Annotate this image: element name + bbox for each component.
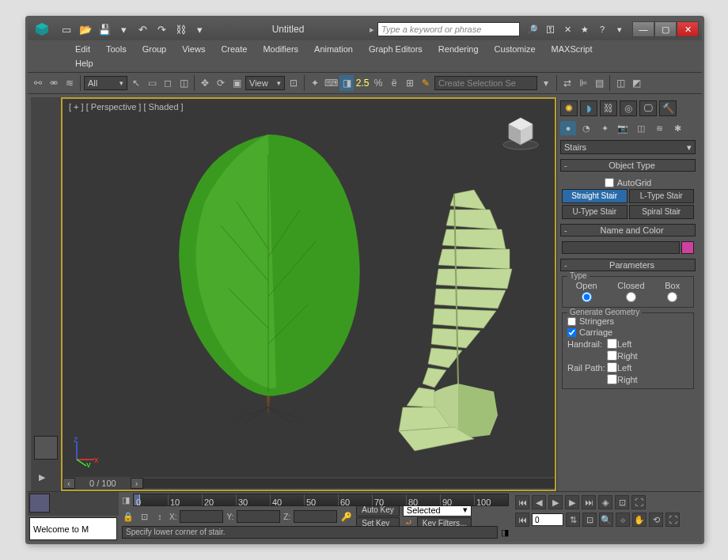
window-crossing-icon[interactable]: ◫ xyxy=(176,75,191,91)
object-color-swatch[interactable] xyxy=(681,241,694,254)
cameras-icon[interactable]: 📷 xyxy=(615,121,631,135)
menu-tools[interactable]: Tools xyxy=(98,42,135,56)
type-closed-radio[interactable] xyxy=(626,292,636,302)
menu-group[interactable]: Group xyxy=(135,42,175,56)
zoom-icon[interactable]: 🔍 xyxy=(599,513,613,527)
move-icon[interactable]: ✥ xyxy=(198,75,212,91)
x-input[interactable] xyxy=(180,510,223,523)
schematic-icon[interactable]: ◩ xyxy=(629,75,643,91)
current-frame-input[interactable] xyxy=(532,513,563,526)
menu-rendering[interactable]: Rendering xyxy=(430,42,487,56)
menu-customize[interactable]: Customize xyxy=(487,42,544,56)
viewcube-icon[interactable] xyxy=(501,112,540,151)
category-dropdown[interactable]: Stairs xyxy=(560,140,696,154)
fov-icon[interactable]: ⟐ xyxy=(616,513,630,527)
binoculars-icon[interactable]: 🔎 xyxy=(526,23,539,36)
menu-maxscript[interactable]: MAXScript xyxy=(544,42,601,56)
object-name-input[interactable] xyxy=(562,241,680,254)
spinner-icon[interactable]: ⇅ xyxy=(566,513,580,527)
railpath-right-check[interactable] xyxy=(607,374,617,384)
menu-edit[interactable]: Edit xyxy=(67,42,98,56)
rollout-name-color[interactable]: - Name and Color xyxy=(560,224,696,236)
redo-icon[interactable]: ↷ xyxy=(154,22,169,36)
play-icon[interactable]: ▶ xyxy=(548,495,563,509)
rotate-icon[interactable]: ⟳ xyxy=(214,75,228,91)
selection-set-input[interactable]: Create Selection Se xyxy=(434,76,537,90)
rollout-object-type[interactable]: - Object Type xyxy=(560,159,696,172)
type-straight-stair[interactable]: Straight Stair xyxy=(562,189,628,203)
pivot-icon[interactable]: ⊡ xyxy=(286,75,301,91)
helpers-icon[interactable]: ◫ xyxy=(633,121,649,135)
autogrid-checkbox[interactable]: AutoGrid xyxy=(562,176,694,189)
y-input[interactable] xyxy=(237,510,280,523)
stringers-check[interactable] xyxy=(567,317,576,326)
systems-icon[interactable]: ✱ xyxy=(669,121,685,135)
new-icon[interactable]: ▭ xyxy=(59,22,74,36)
time-config-icon[interactable]: ⊡ xyxy=(615,495,629,509)
link-icon[interactable]: ⚯ xyxy=(31,75,45,91)
pan-icon[interactable]: ✋ xyxy=(632,513,646,527)
keyboard-icon[interactable]: ⌨ xyxy=(324,75,338,91)
prev-frame-icon[interactable]: ◀ xyxy=(532,495,546,509)
bind-icon[interactable]: ≋ xyxy=(63,75,77,91)
maximize-viewport-icon[interactable]: ⛶ xyxy=(665,513,680,527)
menu-views[interactable]: Views xyxy=(174,42,213,56)
viewport-label[interactable]: [ + ] [ Perspective ] [ Shaded ] xyxy=(69,102,184,112)
type-spiral-stair[interactable]: Spiral Stair xyxy=(629,205,695,219)
spinner-snap-icon[interactable]: ё xyxy=(387,75,401,91)
link-icon[interactable]: ⛓ xyxy=(173,22,188,36)
selection-lock-icon[interactable]: ⊡ xyxy=(138,512,150,522)
maxscript-listener[interactable]: Welcome to M xyxy=(29,517,117,540)
goto-end-icon[interactable]: ⏭ xyxy=(582,495,596,509)
prev-key-icon[interactable]: ⏮ xyxy=(515,513,529,527)
zoom-extents-icon[interactable]: ⊡ xyxy=(582,513,597,527)
rollout-parameters[interactable]: - Parameters xyxy=(560,259,696,271)
scale-icon[interactable]: ▣ xyxy=(229,75,244,91)
unlink-icon[interactable]: ⚮ xyxy=(47,75,61,91)
menu-graph-editors[interactable]: Graph Editors xyxy=(361,42,430,56)
edit-sel-icon[interactable]: ✎ xyxy=(419,75,433,91)
handrail-left-check[interactable] xyxy=(607,339,617,349)
layers-icon[interactable]: ▤ xyxy=(592,75,606,91)
track-thumb[interactable] xyxy=(29,494,50,513)
play-icon[interactable]: ▶ xyxy=(39,472,51,485)
dropdown-icon[interactable]: ▾ xyxy=(539,75,553,91)
shapes-icon[interactable]: ◔ xyxy=(578,121,594,135)
autogrid-check[interactable] xyxy=(605,178,614,187)
create-tab-icon[interactable]: ✺ xyxy=(560,100,578,116)
utilities-tab-icon[interactable]: 🔨 xyxy=(659,100,677,116)
key-icon[interactable]: 🔑 xyxy=(340,512,353,522)
select-name-icon[interactable]: ▭ xyxy=(145,75,159,91)
marquee-icon[interactable]: ◻ xyxy=(161,75,175,91)
angle-snap-icon[interactable]: 2.5 xyxy=(355,75,370,91)
geometry-icon[interactable]: ● xyxy=(560,121,576,135)
modify-tab-icon[interactable]: ◗ xyxy=(580,100,597,116)
scroll-left-icon[interactable]: ‹ xyxy=(63,478,75,489)
lock-icon[interactable]: 🔒 xyxy=(122,512,135,522)
select-icon[interactable]: ↖ xyxy=(129,75,143,91)
maximize-button[interactable]: ▢ xyxy=(654,21,677,37)
mirror-icon[interactable]: ⇄ xyxy=(560,75,574,91)
status-icon[interactable]: ◨ xyxy=(501,528,509,538)
viewport-perspective[interactable]: [ + ] [ Perspective ] [ Shaded ] xyxy=(61,97,556,491)
filter-dropdown[interactable]: All xyxy=(84,76,127,90)
named-sel-icon[interactable]: ⊞ xyxy=(403,75,417,91)
key-mode-toggle-icon[interactable]: ◈ xyxy=(598,495,612,509)
menu-animation[interactable]: Animation xyxy=(306,42,361,56)
search-input[interactable]: Type a keyword or phrase xyxy=(377,22,520,36)
display-tab-icon[interactable]: 🖵 xyxy=(639,100,657,116)
minimize-button[interactable]: — xyxy=(632,21,654,37)
z-input[interactable] xyxy=(294,510,337,523)
railpath-left-check[interactable] xyxy=(607,362,617,373)
type-open-radio[interactable] xyxy=(582,292,592,302)
menu-modifiers[interactable]: Modifiers xyxy=(255,42,306,56)
mini-listener-icon[interactable]: ◨ xyxy=(122,495,130,505)
absolute-icon[interactable]: ↕ xyxy=(154,512,166,521)
handrail-right-check[interactable] xyxy=(607,350,617,361)
hierarchy-tab-icon[interactable]: ⛓ xyxy=(600,100,617,116)
key-icon[interactable]: ⚿ xyxy=(544,23,556,36)
manipulate-icon[interactable]: ✦ xyxy=(308,75,322,91)
close-button[interactable]: ✕ xyxy=(677,21,699,37)
chevron-down-icon[interactable]: ▾ xyxy=(116,22,131,36)
menu-create[interactable]: Create xyxy=(213,42,255,56)
